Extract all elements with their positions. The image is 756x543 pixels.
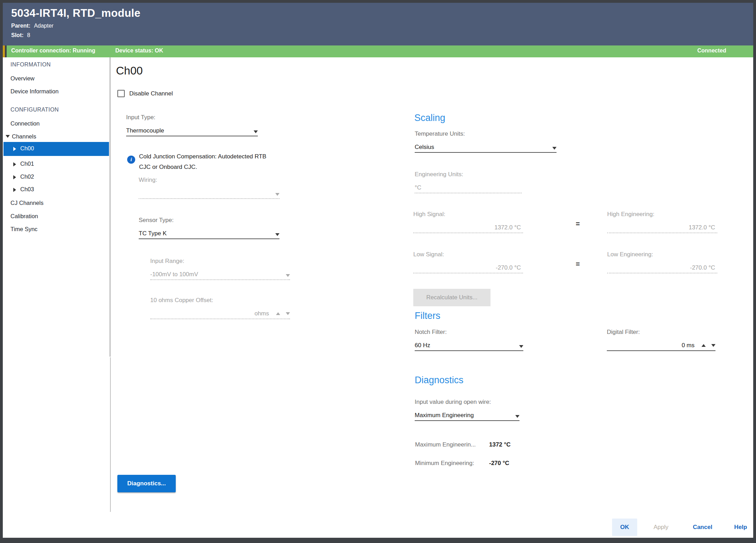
min-engineering-value: -270 °C — [489, 460, 509, 467]
window-border-bottom — [0, 538, 756, 543]
sidebar-item-ch00-selected[interactable]: Ch00 — [3, 142, 109, 156]
status-bar: Controller connection: Running Device st… — [3, 45, 753, 57]
parent-value: Adapter — [34, 23, 53, 29]
cjc-note-text: Cold Junction Compensation: Autodetected… — [139, 151, 275, 172]
window-border-left — [0, 0, 3, 543]
input-range-field: Input Range: -100mV to 100mV — [150, 258, 290, 280]
content-divider-line — [110, 357, 111, 512]
sidebar-item-time-sync[interactable]: Time Sync — [10, 226, 37, 233]
chevron-down-icon[interactable] — [275, 233, 279, 236]
low-engineering-input: -270.0 °C — [607, 261, 717, 273]
notch-filter-value: 60 Hz — [415, 342, 430, 349]
navigation-sidebar: INFORMATION Overview Device Information … — [3, 57, 110, 357]
sidebar-item-ch00-label: Ch00 — [20, 145, 34, 152]
recalculate-units-button: Recalculate Units... — [413, 289, 490, 306]
open-wire-select[interactable]: Maximum Engineering — [415, 408, 519, 421]
diagnostics-button[interactable]: Diagnostics... — [117, 475, 176, 492]
max-engineering-label: Maximum Engineerin... — [415, 441, 476, 448]
chevron-down-icon[interactable] — [515, 415, 519, 418]
sidebar-item-ch02-label: Ch02 — [20, 173, 34, 180]
sidebar-item-channels[interactable]: Channels — [3, 131, 109, 142]
sensor-type-select[interactable]: TC Type K — [139, 227, 279, 239]
input-range-value: -100mV to 100mV — [150, 271, 198, 278]
parent-label: Parent: — [11, 23, 30, 29]
temperature-units-value: Celsius — [415, 144, 434, 151]
sensor-type-label: Sensor Type: — [139, 217, 279, 227]
input-range-label: Input Range: — [150, 258, 290, 267]
low-signal-input: -270.0 °C — [413, 261, 523, 273]
open-wire-label: Input value during open wire: — [415, 399, 519, 408]
equals-sign: = — [576, 220, 580, 228]
open-wire-field: Input value during open wire: Maximum En… — [415, 399, 519, 421]
diagnostics-heading: Diagnostics — [415, 375, 464, 386]
open-wire-value: Maximum Engineering — [415, 412, 474, 419]
sidebar-item-channels-label: Channels — [12, 133, 36, 140]
page-title: Ch00 — [116, 64, 143, 77]
equals-sign: = — [576, 260, 580, 268]
sidebar-heading-configuration: CONFIGURATION — [10, 107, 59, 113]
low-signal-value: -270.0 °C — [496, 264, 523, 271]
input-type-value: Thermocouple — [126, 127, 164, 134]
notch-filter-label: Notch Filter: — [415, 329, 523, 338]
disable-channel-label: Disable Channel — [129, 90, 173, 97]
disable-channel-checkbox[interactable] — [117, 90, 125, 97]
spin-up-icon[interactable] — [702, 344, 706, 347]
min-engineering-label: Minimum Engineering: — [415, 460, 474, 467]
window-title: 5034-IRT4I, RTD_module — [11, 7, 140, 20]
engineering-units-input: °C — [415, 181, 522, 193]
sidebar-item-ch01-label: Ch01 — [20, 160, 34, 167]
chevron-down-icon[interactable] — [552, 147, 557, 150]
sidebar-item-calibration[interactable]: Calibration — [10, 213, 38, 220]
notch-filter-field: Notch Filter: 60 Hz — [415, 329, 523, 351]
digital-filter-field: Digital Filter: 0 ms — [607, 329, 715, 351]
input-type-label: Input Type: — [126, 114, 258, 124]
slot-line: Slot:8 — [11, 32, 30, 38]
high-signal-input: 1372.0 °C — [413, 221, 523, 233]
digital-filter-spinner[interactable]: 0 ms — [607, 338, 715, 351]
low-signal-field: Low Signal: -270.0 °C — [413, 251, 523, 273]
digital-filter-label: Digital Filter: — [607, 329, 715, 338]
copper-offset-unit: ohms — [254, 310, 271, 317]
sidebar-item-device-information[interactable]: Device Information — [10, 88, 59, 95]
parent-line: Parent:Adapter — [11, 23, 53, 29]
sidebar-item-overview[interactable]: Overview — [10, 75, 35, 82]
window-border-top — [0, 0, 756, 3]
input-type-field: Input Type: Thermocouple — [126, 114, 258, 136]
temperature-units-label: Temperature Units: — [415, 130, 557, 140]
sidebar-item-ch01[interactable]: Ch01 — [3, 159, 109, 170]
help-button[interactable]: Help — [729, 519, 752, 536]
temperature-units-select[interactable]: Celsius — [415, 140, 557, 153]
chevron-down-icon[interactable] — [519, 345, 523, 348]
low-engineering-value: -270.0 °C — [690, 264, 717, 271]
engineering-units-label: Engineering Units: — [415, 171, 522, 181]
sidebar-item-ch03[interactable]: Ch03 — [3, 184, 109, 195]
expand-caret-icon[interactable] — [13, 188, 16, 192]
chevron-down-icon[interactable] — [254, 130, 258, 133]
device-status: Device status: OK — [115, 48, 163, 54]
notch-filter-select[interactable]: 60 Hz — [415, 338, 523, 351]
spin-down-icon[interactable] — [711, 344, 715, 347]
slot-label: Slot: — [11, 32, 24, 38]
spin-up-icon — [276, 312, 280, 315]
collapse-caret-icon[interactable] — [6, 135, 10, 138]
expand-caret-icon[interactable] — [13, 162, 16, 166]
ok-button[interactable]: OK — [612, 519, 637, 536]
expand-caret-icon[interactable] — [13, 175, 16, 179]
high-signal-field: High Signal: 1372.0 °C — [413, 211, 523, 233]
sidebar-item-cj-channels[interactable]: CJ Channels — [10, 200, 43, 206]
copper-offset-spinner: ohms — [150, 307, 290, 319]
sidebar-item-ch02[interactable]: Ch02 — [3, 172, 109, 183]
high-signal-value: 1372.0 °C — [494, 224, 523, 231]
input-type-select[interactable]: Thermocouple — [126, 124, 258, 136]
connection-state: Connected — [697, 48, 726, 54]
sidebar-item-connection[interactable]: Connection — [10, 120, 39, 127]
sensor-type-field: Sensor Type: TC Type K — [139, 217, 279, 239]
module-properties-window: 5034-IRT4I, RTD_module Parent:Adapter Sl… — [0, 0, 756, 543]
expand-caret-icon[interactable] — [13, 147, 16, 151]
cjc-note: i Cold Junction Compensation: Autodetect… — [127, 151, 275, 172]
apply-button: Apply — [647, 519, 675, 536]
wiring-label: Wiring: — [139, 177, 279, 186]
chevron-down-icon — [286, 274, 290, 277]
cancel-button[interactable]: Cancel — [688, 519, 718, 536]
info-icon: i — [127, 156, 135, 164]
